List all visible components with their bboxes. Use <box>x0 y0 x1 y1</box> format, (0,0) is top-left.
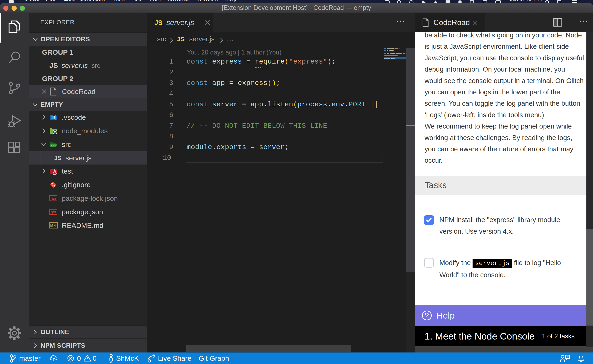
svg-text:npm: npm <box>50 197 56 201</box>
svg-text:JS: JS <box>54 131 56 133</box>
svg-text:npm: npm <box>50 210 56 214</box>
svg-text:</>: </> <box>51 144 56 147</box>
svg-text:M: M <box>50 224 53 228</box>
